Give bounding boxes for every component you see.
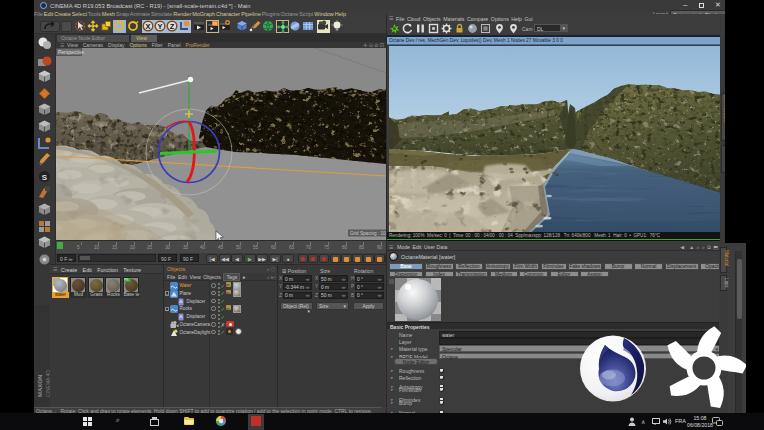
svg-text:Z: Z [170,22,175,31]
svg-text:X: X [145,22,150,31]
svg-text:Y: Y [157,22,162,31]
svg-text:Grid Spacing : 100 m: Grid Spacing : 100 m [350,231,386,236]
svg-text:Perspective: Perspective [58,49,84,55]
svg-text:S: S [42,173,48,182]
